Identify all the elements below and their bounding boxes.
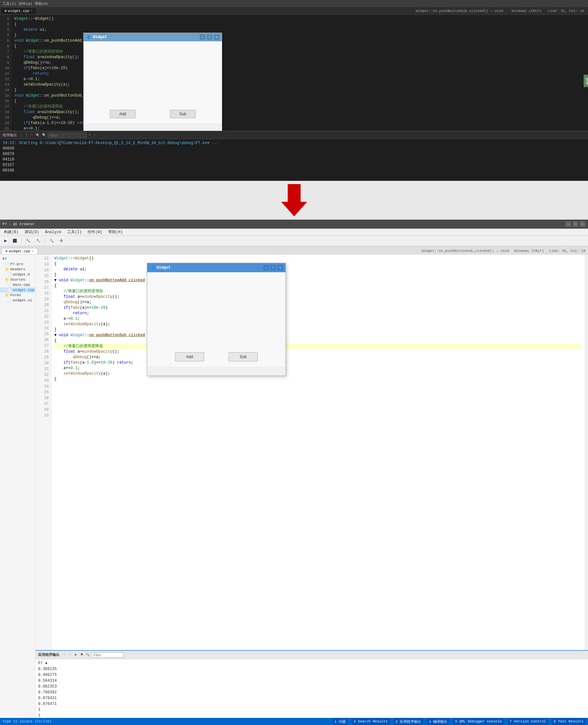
app-output-down-icon[interactable]: ↓ xyxy=(68,652,72,657)
bottom-status-bar: Type to locate (Ctrl+K) 1 问题 2 Search Re… xyxy=(0,718,588,725)
top-dialog-minimize[interactable]: — xyxy=(200,35,205,40)
bottom-dialog-sub-button[interactable]: Sub xyxy=(229,352,258,361)
bottom-code-content[interactable]: Widget::~Widget() { delete ui; } ▼ void … xyxy=(52,254,585,650)
top-output-num-5: 00196 xyxy=(3,168,585,173)
bottom-menu-build[interactable]: 构建(B) xyxy=(1,229,21,235)
status-qml[interactable]: 5 QML Debugger Console xyxy=(453,718,504,725)
top-tab-breadcrumb: Widget::on_pushButtonSub_clicked() → voi… xyxy=(416,9,587,13)
bottom-app-output-content: P7 ● 0.388235 0.486275 0.584314 0.682353… xyxy=(36,659,588,718)
status-app-output[interactable]: 3 应用程序输出 xyxy=(394,718,423,725)
bottom-close-button[interactable]: ✕ xyxy=(580,221,585,227)
sidebar-item-widget-ui-label: widget.ui xyxy=(13,298,32,302)
top-output-icon-3[interactable]: 🔍 xyxy=(35,133,41,138)
toolbar-search-button[interactable]: 🔍 xyxy=(47,237,56,244)
toolbar-stop-button[interactable]: ⬛ xyxy=(10,237,19,244)
bottom-menu-debug[interactable]: 调试(D) xyxy=(22,229,42,235)
bottom-menu-bar: 构建(B) 调试(D) Analyze 工具(I) 控件(W) 帮助(H) xyxy=(0,229,588,236)
sidebar-item-forms-label: Forms xyxy=(10,293,21,297)
bottom-tab-close[interactable]: × xyxy=(31,250,34,253)
sidebar-item-p7pro[interactable]: 📄 P7.pro xyxy=(0,262,35,267)
code-line-2: { xyxy=(14,22,585,27)
app-prog-red-dot: ● xyxy=(45,661,47,666)
bottom-app-output-header: 应用程序输出 ↑ ↓ ▶ ■ 🔍 xyxy=(36,651,588,659)
b-code-line-24: return; xyxy=(54,311,582,316)
bottom-app-output-icons: ↑ ↓ ▶ ■ 🔍 xyxy=(62,652,123,658)
top-tab-widget-cpp[interactable]: ■ widget.cpp × xyxy=(1,8,36,14)
top-output-minus[interactable]: − xyxy=(93,133,97,137)
status-compile[interactable]: 4 编译输出 xyxy=(427,718,449,725)
b-code-line-18: ▼ void Widget::on_pushButtonAdd_clicked xyxy=(54,278,582,283)
toolbar-build-button[interactable]: 🔨 xyxy=(24,237,33,244)
svg-marker-0 xyxy=(281,184,307,216)
top-output-plus[interactable]: + xyxy=(88,133,92,137)
top-dialog-sub-button[interactable]: Sub xyxy=(170,110,196,118)
app-num-3: 0.584314 xyxy=(38,678,585,684)
bottom-line-numbers: 1213141516 1718192021 2223242526 2728293… xyxy=(36,254,52,650)
status-search[interactable]: 2 Search Results xyxy=(352,718,390,725)
bottom-dialog-maximize[interactable]: □ xyxy=(271,265,276,270)
toolbar-clean-button[interactable]: 🔧 xyxy=(34,237,43,244)
top-code-area: 12345 678910 1112131415 1617181920 21222… xyxy=(0,15,588,131)
top-menu-bar[interactable]: 工具(I) 控件(W) 帮助(H) xyxy=(0,0,588,7)
top-tab-close[interactable]: × xyxy=(31,9,33,13)
top-output-num-3: 94118 xyxy=(3,157,585,162)
b-code-line-39: } xyxy=(54,376,582,382)
top-ide: 工具(I) 控件(W) 帮助(H) ■ widget.cpp × Widget:… xyxy=(0,0,588,181)
top-output-icon-1[interactable]: ↑ xyxy=(19,133,23,137)
status-version[interactable]: 7 Version Control xyxy=(508,718,548,725)
sidebar-item-widget-cpp-label: widget.cpp xyxy=(13,288,34,292)
bottom-code-editor[interactable]: 1213141516 1718192021 2223242526 2728293… xyxy=(36,254,588,718)
status-problems[interactable]: 1 问题 xyxy=(333,718,348,725)
bottom-menu-analyze[interactable]: Analyze xyxy=(42,229,64,235)
app-filter-input[interactable] xyxy=(91,652,123,658)
top-dialog-maximize[interactable]: □ xyxy=(207,35,212,40)
bottom-menu-help[interactable]: 帮助(H) xyxy=(106,229,126,235)
top-menu-tools[interactable]: 工具(I) xyxy=(3,1,16,6)
top-output-stop[interactable]: ■ xyxy=(30,133,34,137)
bottom-title-bar: P7 - Qt Creator — □ ✕ xyxy=(0,220,588,229)
app-output-stop-icon[interactable]: ■ xyxy=(80,652,84,657)
bottom-dialog-window: 🔷 Widget — □ ✕ Add Sub xyxy=(147,263,286,376)
sidebar-item-forms[interactable]: 📁 Forms xyxy=(0,293,35,298)
b-code-line-32: //将窗口的透明度降低 xyxy=(54,344,582,349)
bottom-tab-info-windows: Windows (CRLF) xyxy=(511,248,546,254)
top-dialog-close[interactable]: ✕ xyxy=(214,35,219,40)
status-locate-tip[interactable]: Type to locate (Ctrl+K) xyxy=(3,720,52,723)
app-output-up-icon[interactable]: ↑ xyxy=(62,652,66,657)
bottom-tab-widget-cpp[interactable]: ■ widget.cpp × xyxy=(1,248,38,254)
bottom-scrollbar[interactable] xyxy=(585,254,588,650)
b-code-line-34: qDebug()<<a; xyxy=(54,355,582,360)
top-dialog-add-button[interactable]: Add xyxy=(110,110,135,118)
app-output-search-icon[interactable]: 🔍 xyxy=(85,652,90,657)
app-num-8: 1 xyxy=(38,707,585,713)
sidebar-item-widget-cpp[interactable]: 📄 widget.cpp xyxy=(0,287,35,293)
bottom-dialog-add-button[interactable]: Add xyxy=(175,352,204,361)
sidebar-item-widget-h[interactable]: 📄 widget.h xyxy=(0,272,35,277)
toolbar-settings-button[interactable]: ⚙ xyxy=(58,237,65,244)
bottom-app-output-panel: 应用程序输出 ↑ ↓ ▶ ■ 🔍 P7 ● 0.38823 xyxy=(36,650,588,718)
bottom-menu-widgets[interactable]: 控件(W) xyxy=(85,229,105,235)
sidebar-item-main-cpp-label: main.cpp xyxy=(13,283,30,287)
sidebar-item-main-cpp[interactable]: 📄 main.cpp xyxy=(0,282,35,287)
app-num-6: 0.878431 xyxy=(38,695,585,701)
status-test[interactable]: 8 Test Results xyxy=(552,718,585,725)
bottom-minimize-button[interactable]: — xyxy=(565,221,571,227)
app-output-run-icon[interactable]: ▶ xyxy=(74,652,78,657)
sidebar-item-headers[interactable]: 📁 Headers xyxy=(0,267,35,272)
bottom-dialog-body: Add Sub xyxy=(147,272,286,367)
top-build-button[interactable]: 构建 xyxy=(584,75,588,87)
bottom-dialog-close[interactable]: ✕ xyxy=(278,265,283,270)
top-menu-help[interactable]: 帮助(H) xyxy=(35,1,48,6)
top-filter-input[interactable] xyxy=(48,133,86,138)
b-code-line-35: if(fabs(a-1.0)<=10-20) return; xyxy=(54,360,582,366)
bottom-maximize-button[interactable]: □ xyxy=(572,221,578,227)
sidebar-item-widget-ui[interactable]: 📄 widget.ui xyxy=(0,298,35,303)
top-output-icon-2[interactable]: | xyxy=(24,133,28,137)
toolbar-run-button[interactable]: ▶ xyxy=(2,237,9,244)
bottom-menu-tools[interactable]: 工具(I) xyxy=(65,229,85,235)
b-code-line-20: //将窗口的透明度增加 xyxy=(54,289,582,294)
bottom-dialog-minimize[interactable]: — xyxy=(264,265,269,270)
bottom-title-right: — □ ✕ xyxy=(565,221,585,227)
top-menu-widgets[interactable]: 控件(W) xyxy=(19,1,32,6)
sidebar-item-sources[interactable]: 📁 Sources xyxy=(0,277,35,282)
